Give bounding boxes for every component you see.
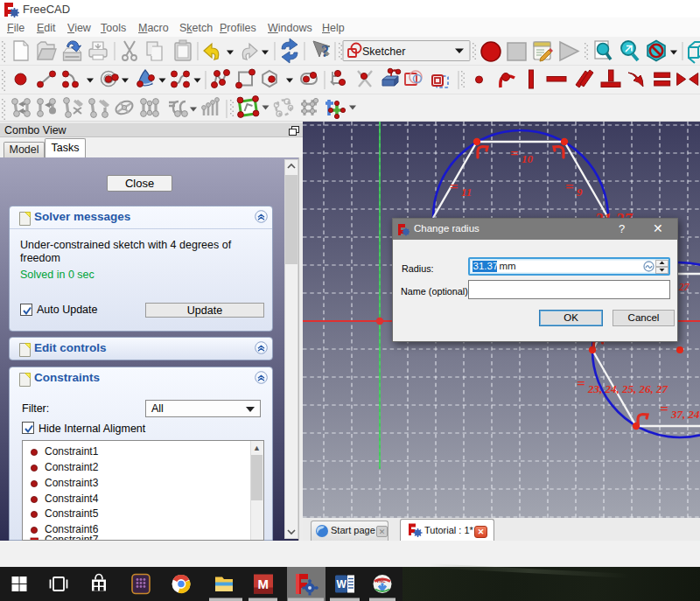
svg-text:27: 27: [678, 282, 690, 292]
svg-text:=: =: [565, 178, 574, 195]
svg-text:11: 11: [461, 185, 472, 199]
svg-text:=: =: [577, 375, 585, 392]
svg-text:VNC: VNC: [376, 578, 386, 584]
svg-text:W: W: [337, 578, 347, 591]
svg-text:=: =: [510, 145, 519, 162]
svg-text:10: 10: [522, 152, 534, 165]
svg-text:?: ?: [321, 43, 329, 60]
svg-text:=: =: [660, 401, 668, 417]
svg-text:Sketcher: Sketcher: [362, 45, 405, 58]
svg-text:37, 24: 37, 24: [670, 408, 700, 421]
svg-text:M: M: [258, 577, 270, 591]
svg-text:9: 9: [577, 185, 583, 199]
svg-text:=: =: [450, 178, 458, 195]
svg-text:23, 24, 25, 26, 27: 23, 24, 25, 26, 27: [587, 382, 668, 395]
